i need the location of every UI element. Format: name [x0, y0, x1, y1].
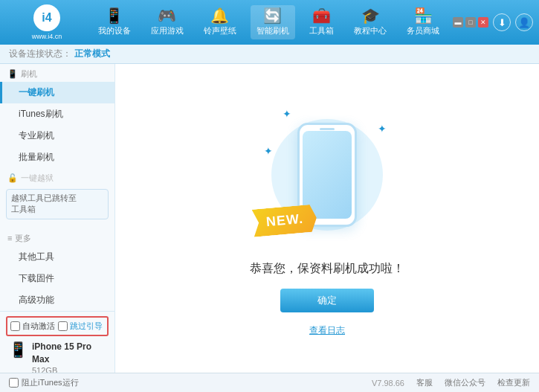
- sidebar-section-jailbreak: 🔓 一键越狱: [0, 168, 114, 186]
- minimize-button[interactable]: ▬: [453, 17, 463, 28]
- customer-service-link[interactable]: 客服: [416, 377, 433, 388]
- nav-items: 📱 我的设备 🎮 应用游戏 🔔 铃声壁纸 🔄 智能刷机 🧰 工具箱 🎓 教程中心…: [88, 0, 450, 45]
- nav-ringtone[interactable]: 🔔 铃声壁纸: [198, 5, 242, 39]
- top-nav-bar: i4 www.i4.cn 📱 我的设备 🎮 应用游戏 🔔 铃声壁纸 🔄 智能刷机…: [0, 0, 539, 45]
- ringtone-icon: 🔔: [210, 8, 229, 23]
- success-illustration: NEW. ✦ ✦ ✦: [260, 100, 394, 249]
- auto-area: 自动激活 跳过引导: [6, 316, 109, 336]
- sidebar: 📱 刷机 一键刷机 iTunes刷机 专业刷机 批量刷机 🔓 一键越狱 越狱工具…: [0, 64, 115, 373]
- nav-tutorial[interactable]: 🎓 教程中心: [348, 5, 393, 39]
- device-name: iPhone 15 Pro Max: [32, 341, 106, 366]
- status-bar: 设备连接状态： 正常模式: [0, 45, 539, 64]
- confirm-button[interactable]: 确定: [280, 289, 374, 312]
- new-badge: NEW.: [252, 204, 318, 237]
- merchant-icon: 🏪: [414, 8, 433, 23]
- sidebar-item-batch-flash[interactable]: 批量刷机: [0, 147, 114, 168]
- check-update-link[interactable]: 检查更新: [497, 377, 530, 388]
- flash-icon: 🔄: [263, 8, 282, 23]
- view-log-link[interactable]: 查看日志: [309, 324, 345, 337]
- sidebar-section-more: ≡ 更多: [0, 228, 114, 246]
- nav-merchant[interactable]: 🏪 务员商城: [401, 5, 445, 39]
- sidebar-item-itunes-flash[interactable]: iTunes刷机: [0, 103, 114, 125]
- sidebar-section-flash: 📱 刷机: [0, 64, 114, 82]
- content-area: NEW. ✦ ✦ ✦ 恭喜您，保资料刷机成功啦！ 确定 查看日志: [115, 64, 539, 373]
- auto-activate-label[interactable]: 自动激活: [10, 321, 55, 332]
- tutorial-icon: 🎓: [361, 8, 380, 23]
- itunes-check-area: 阻止iTunes运行: [9, 377, 79, 388]
- device-icon: 📱: [105, 8, 123, 23]
- device-phone-icon: 📱: [9, 341, 28, 359]
- sidebar-item-advanced[interactable]: 高级功能: [0, 289, 114, 311]
- block-itunes-checkbox[interactable]: [9, 378, 19, 388]
- logo-area: i4 www.i4.cn: [6, 4, 88, 40]
- nav-merchant-label: 务员商城: [407, 25, 439, 36]
- maximize-button[interactable]: □: [465, 17, 476, 28]
- jailbreak-label: 一键越狱: [21, 173, 54, 184]
- toolbox-icon: 🧰: [312, 8, 331, 23]
- wechat-link[interactable]: 微信公众号: [445, 377, 485, 388]
- device-area: 自动激活 跳过引导 📱 iPhone 15 Pro Max 512GB iPho…: [0, 311, 114, 373]
- device-text: iPhone 15 Pro Max 512GB iPhone: [32, 341, 106, 373]
- device-storage: 512GB: [32, 365, 106, 373]
- success-text: 恭喜您，保资料刷机成功啦！: [250, 261, 404, 277]
- phone-speaker: [320, 128, 335, 130]
- nav-app-game[interactable]: 🎮 应用游戏: [145, 5, 190, 39]
- auto-guide-label[interactable]: 跳过引导: [58, 321, 103, 332]
- bottom-bar: 阻止iTunes运行 V7.98.66 客服 微信公众号 检查更新: [0, 373, 539, 392]
- flash-section-label: 刷机: [21, 68, 37, 80]
- jailbreak-notice: 越狱工具已跳转至 工具箱: [6, 189, 109, 219]
- version-text: V7.98.66: [372, 379, 404, 388]
- logo-text: www.i4.cn: [32, 33, 62, 40]
- auto-activate-checkbox[interactable]: [10, 321, 20, 331]
- window-controls: ▬ □ ✕: [453, 17, 488, 28]
- nav-my-device-label: 我的设备: [98, 25, 131, 36]
- status-value: 正常模式: [74, 48, 110, 60]
- sparkle-1: ✦: [283, 108, 291, 120]
- nav-toolbox-label: 工具箱: [309, 25, 334, 36]
- jailbreak-icon: 🔓: [7, 173, 18, 183]
- more-label: 更多: [15, 233, 31, 244]
- nav-ringtone-label: 铃声壁纸: [204, 25, 236, 36]
- device-info: 📱 iPhone 15 Pro Max 512GB iPhone: [6, 339, 109, 373]
- more-icon: ≡: [7, 234, 12, 242]
- status-label: 设备连接状态：: [9, 48, 71, 60]
- nav-smart-flash-label: 智能刷机: [256, 25, 289, 36]
- app-icon: 🎮: [158, 8, 176, 23]
- nav-toolbox[interactable]: 🧰 工具箱: [303, 5, 340, 39]
- top-right-area: ▬ □ ✕ ⬇ 👤: [450, 13, 533, 31]
- close-button[interactable]: ✕: [478, 17, 488, 28]
- sidebar-item-pro-flash[interactable]: 专业刷机: [0, 125, 114, 147]
- flash-section-icon: 📱: [7, 69, 18, 79]
- user-button[interactable]: 👤: [515, 13, 533, 31]
- nav-app-label: 应用游戏: [151, 25, 184, 36]
- sparkle-3: ✦: [264, 145, 273, 157]
- phone-screen: [303, 131, 352, 219]
- sidebar-item-download-firm[interactable]: 下载固件: [0, 268, 114, 289]
- sparkle-2: ✦: [378, 123, 387, 135]
- sidebar-item-one-key-flash[interactable]: 一键刷机: [0, 82, 114, 103]
- logo-icon: i4: [33, 4, 60, 31]
- sidebar-item-other-tools[interactable]: 其他工具: [0, 246, 114, 268]
- download-button[interactable]: ⬇: [493, 13, 511, 31]
- nav-tutorial-label: 教程中心: [354, 25, 387, 36]
- auto-guide-checkbox[interactable]: [58, 321, 68, 331]
- nav-smart-flash[interactable]: 🔄 智能刷机: [251, 5, 295, 39]
- block-itunes-label: 阻止iTunes运行: [22, 377, 79, 388]
- main-layout: 📱 刷机 一键刷机 iTunes刷机 专业刷机 批量刷机 🔓 一键越狱 越狱工具…: [0, 64, 539, 373]
- nav-my-device[interactable]: 📱 我的设备: [92, 5, 137, 39]
